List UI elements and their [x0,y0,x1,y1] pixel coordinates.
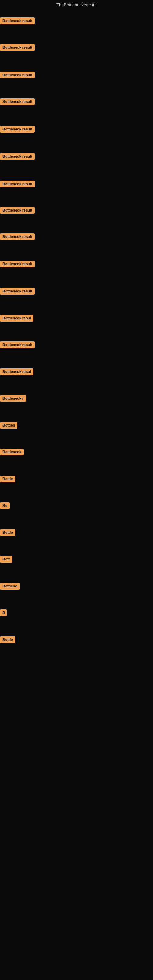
bottleneck-badge[interactable]: Bottleneck result [0,98,35,105]
site-title: TheBottlenecker.com [0,0,153,10]
result-row: Bottleneck result [0,44,35,52]
result-row: Bottleneck result [0,72,35,80]
bottleneck-badge[interactable]: Bottle [0,636,15,643]
result-row: Bottleneck result [0,233,35,241]
result-row: Bott [0,556,12,564]
result-row: Bottleneck result [0,288,35,296]
result-row: Bottle [0,636,15,644]
bottleneck-badge[interactable]: Bottleneck result [0,288,35,294]
result-row: Bottlen [0,422,18,430]
result-row: Bottleneck resul [0,368,33,376]
result-row: Bottle [0,476,15,484]
result-row: Bottleneck result [0,342,35,350]
bottleneck-badge[interactable]: Bottleneck result [0,18,35,24]
bottleneck-badge[interactable]: Bottle [0,529,15,536]
result-row: Bottleneck result [0,207,35,215]
result-row: Bottleneck result [0,181,35,189]
result-row: B [0,609,7,617]
bottleneck-badge[interactable]: Bottleneck result [0,153,35,160]
bottleneck-badge[interactable]: Bottleneck result [0,126,35,133]
bottleneck-badge[interactable]: Bottleneck result [0,342,35,348]
result-row: Bottleneck result [0,261,35,269]
result-row: Bo [0,502,10,510]
bottleneck-badge[interactable]: Bottleneck resul [0,315,33,321]
result-row: Bottleneck result [0,153,35,161]
bottleneck-badge[interactable]: Bottleneck result [0,44,35,51]
result-row: Bottleneck [0,449,24,457]
bottleneck-badge[interactable]: Bottleneck r [0,395,26,402]
bottleneck-badge[interactable]: Bottlen [0,422,18,429]
bottleneck-badge[interactable]: Bottle [0,476,15,482]
bottleneck-badge[interactable]: Bo [0,502,10,509]
bottleneck-badge[interactable]: Bott [0,556,12,563]
bottleneck-badge[interactable]: Bottleneck result [0,261,35,267]
result-row: Bottleneck result [0,98,35,106]
bottleneck-badge[interactable]: Bottlene [0,583,19,590]
bottleneck-badge[interactable]: Bottleneck result [0,72,35,78]
result-row: Bottlene [0,583,19,591]
bottleneck-badge[interactable]: Bottleneck [0,449,24,455]
result-row: Bottleneck result [0,126,35,134]
bottleneck-badge[interactable]: Bottleneck result [0,233,35,240]
result-row: Bottleneck resul [0,315,33,323]
bottleneck-badge[interactable]: Bottleneck resul [0,368,33,375]
result-row: Bottle [0,529,15,537]
bottleneck-badge[interactable]: Bottleneck result [0,181,35,188]
bottleneck-badge[interactable]: Bottleneck result [0,207,35,214]
result-row: Bottleneck r [0,395,26,403]
result-row: Bottleneck result [0,18,35,25]
bottleneck-badge[interactable]: B [0,609,7,616]
